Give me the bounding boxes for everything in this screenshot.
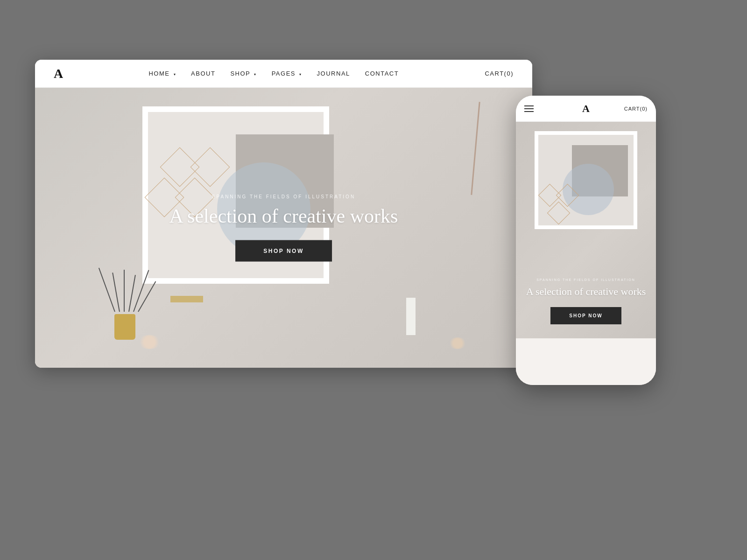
desktop-hero: SPANNING THE FIELDS OF ILLUSTRATION A se… (35, 88, 532, 368)
nav-journal[interactable]: JOURNAL (317, 70, 350, 77)
mobile-hero-content: SPANNING THE FIELDS OF ILLUSTRATION A se… (523, 278, 649, 324)
nav-shop[interactable]: SHOP ▾ (230, 70, 256, 77)
mobile-hero: SPANNING THE FIELDS OF ILLUSTRATION A se… (516, 122, 656, 385)
mobile-logo: A (582, 103, 590, 115)
desktop-logo: A (54, 66, 63, 81)
hero-title: A selection of creative works (169, 205, 398, 227)
desktop-shop-now-button[interactable]: SHOP NOW (235, 240, 331, 262)
pages-dropdown-arrow: ▾ (299, 72, 302, 77)
desktop-nav-links: HOME ▾ ABOUT SHOP ▾ PAGES ▾ JOURNAL CONT… (148, 70, 399, 77)
flower-right (448, 337, 467, 349)
nav-about[interactable]: ABOUT (191, 70, 215, 77)
home-dropdown-arrow: ▾ (174, 72, 176, 77)
hamburger-line-3 (524, 111, 534, 112)
hamburger-line-2 (524, 108, 534, 109)
diffuser-jar (114, 314, 135, 340)
candle-decoration (406, 298, 416, 335)
desktop-mockup: A HOME ▾ ABOUT SHOP ▾ PAGES ▾ JOURNAL CO… (35, 60, 532, 368)
gold-bar-decoration (170, 296, 203, 302)
mobile-cart[interactable]: CART(0) (624, 106, 648, 112)
hamburger-line-1 (524, 105, 534, 106)
mobile-mockup: A CART(0) SPANNING THE FIELDS OF ILLUSTR… (516, 96, 656, 385)
nav-contact[interactable]: CONTACT (365, 70, 399, 77)
hero-subtitle: SPANNING THE FIELDS OF ILLUSTRATION (169, 194, 398, 199)
mobile-shop-now-button[interactable]: SHOP NOW (550, 307, 621, 324)
hero-content: SPANNING THE FIELDS OF ILLUSTRATION A se… (169, 194, 398, 262)
mobile-hero-title: A selection of creative works (523, 285, 649, 299)
hamburger-menu[interactable] (524, 105, 534, 112)
mobile-nav: A CART(0) (516, 96, 656, 122)
nav-pages[interactable]: PAGES ▾ (272, 70, 302, 77)
nav-home[interactable]: HOME ▾ (148, 70, 176, 77)
stick-3 (124, 270, 125, 312)
flower-left (138, 335, 161, 349)
desktop-cart[interactable]: CART(0) (485, 70, 514, 77)
diffuser-sticks (112, 256, 145, 312)
mobile-hero-subtitle: SPANNING THE FIELDS OF ILLUSTRATION (523, 278, 649, 281)
mobile-bottom-section (516, 338, 656, 385)
shop-dropdown-arrow: ▾ (254, 72, 257, 77)
desktop-nav: A HOME ▾ ABOUT SHOP ▾ PAGES ▾ JOURNAL CO… (35, 60, 532, 88)
diffuser-decoration (107, 246, 149, 340)
